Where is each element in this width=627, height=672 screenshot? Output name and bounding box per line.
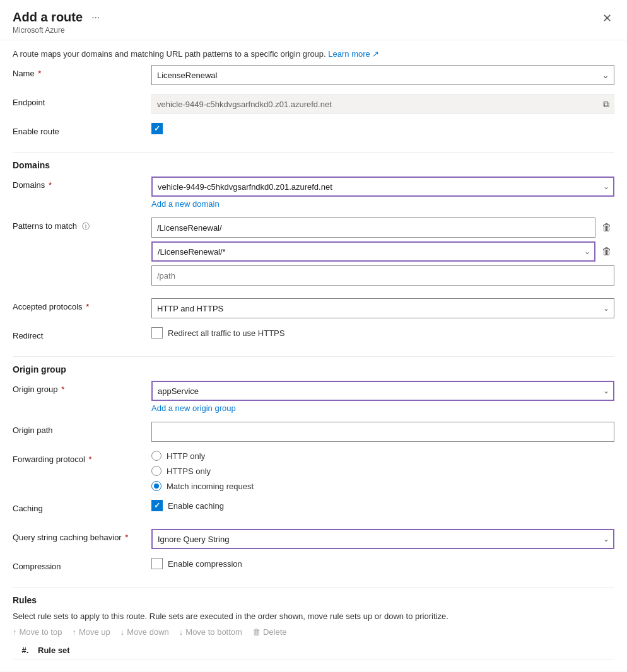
external-link-icon: ↗ (372, 49, 379, 59)
panel-title-text: Add a route (13, 10, 83, 25)
rules-action-move-top: ↑ Move to top (13, 627, 62, 637)
move-down-icon: ↓ (120, 627, 125, 637)
radio-circle-match-incoming (151, 481, 161, 491)
origin-group-control: appService ⌄ Add a new origin group (151, 381, 614, 413)
add-origin-group-link[interactable]: Add a new origin group (151, 403, 236, 413)
delete-rule-label: Delete (263, 627, 287, 637)
enable-route-control (151, 123, 614, 134)
move-up-icon: ↑ (72, 627, 76, 637)
divider-2 (13, 356, 614, 357)
caching-row: Caching Enable caching (13, 500, 614, 520)
query-string-control: Ignore Query String Use Query String Ign… (151, 529, 614, 549)
rules-col-hash: #. (13, 646, 38, 655)
enable-route-label: Enable route (13, 123, 151, 136)
domains-row: Domains * vehicle-9449-c5hkdvgsarfndkd0.… (13, 177, 614, 209)
move-bottom-label: Move to bottom (185, 627, 242, 637)
redirect-row: Redirect Redirect all traffic to use HTT… (13, 327, 614, 347)
forwarding-protocol-control: HTTP only HTTPS only Match incoming requ… (151, 451, 614, 491)
radio-label-match-incoming: Match incoming request (167, 482, 254, 491)
panel-header: Add a route ··· Microsoft Azure ✕ (0, 0, 627, 40)
caching-control: Enable caching (151, 500, 614, 511)
origin-group-row: Origin group * appService ⌄ Add a new or… (13, 381, 614, 413)
redirect-text: Redirect all traffic to use HTTPS (168, 328, 284, 338)
rules-action-delete: 🗑 Delete (252, 627, 287, 637)
forwarding-protocol-row: Forwarding protocol * HTTP only HTTPS on… (13, 451, 614, 491)
query-string-label: Query string caching behavior * (13, 529, 151, 542)
panel-title-block: Add a route ··· Microsoft Azure (13, 10, 103, 35)
rules-action-move-bottom: ↓ Move to bottom (179, 627, 242, 637)
name-dropdown-icon[interactable]: ⌄ (602, 70, 609, 80)
pattern-item-2: /LicenseRenewal/* ⌄ 🗑 (151, 241, 614, 262)
domains-select[interactable]: vehicle-9449-c5hkdvgsarfndkd0.z01.azuref… (151, 177, 614, 197)
protocols-row: Accepted protocols * HTTP and HTTPS HTTP… (13, 298, 614, 318)
learn-more-link[interactable]: Learn more ↗ (328, 49, 379, 59)
origin-path-control (151, 422, 614, 442)
patterns-info-icon[interactable]: ⓘ (82, 222, 90, 231)
domains-select-wrapper: vehicle-9449-c5hkdvgsarfndkd0.z01.azuref… (151, 177, 614, 197)
radio-label-http-only: HTTP only (167, 451, 205, 461)
rules-action-move-up: ↑ Move up (72, 627, 110, 637)
pattern-delete-icon-2[interactable]: 🗑 (599, 243, 614, 260)
pattern-input-1[interactable] (151, 217, 595, 238)
radio-match-incoming[interactable]: Match incoming request (151, 481, 614, 491)
protocols-select-wrapper: HTTP and HTTPS HTTP only HTTPS only ⌄ (151, 298, 614, 318)
redirect-checkbox[interactable] (151, 327, 163, 339)
domains-section-heading: Domains (13, 160, 614, 170)
radio-http-only[interactable]: HTTP only (151, 451, 614, 461)
name-row: Name * ⌄ (13, 65, 614, 85)
compression-text: Enable compression (168, 559, 242, 569)
divider-1 (13, 152, 614, 153)
patterns-row: Patterns to match ⓘ 🗑 /LicenseRenewal/* … (13, 217, 614, 289)
radio-circle-https-only (151, 466, 161, 476)
origin-path-row: Origin path (13, 422, 614, 442)
patterns-control: 🗑 /LicenseRenewal/* ⌄ 🗑 (151, 217, 614, 289)
delete-rule-icon: 🗑 (252, 627, 261, 637)
compression-checkbox[interactable] (151, 558, 163, 569)
more-button[interactable]: ··· (88, 11, 103, 25)
origin-path-input[interactable] (151, 422, 614, 442)
domains-required-indicator: * (46, 180, 52, 190)
name-control: ⌄ (151, 65, 614, 85)
domains-label: Domains * (13, 177, 151, 190)
pattern-item-placeholder (151, 265, 614, 286)
protocols-required-indicator: * (84, 302, 90, 311)
protocols-select[interactable]: HTTP and HTTPS HTTP only HTTPS only (151, 298, 614, 318)
endpoint-input-wrapper: ⧉ (151, 94, 614, 114)
add-domain-link[interactable]: Add a new domain (151, 199, 220, 209)
radio-label-https-only: HTTPS only (167, 466, 211, 476)
query-string-select-wrapper: Ignore Query String Use Query String Ign… (151, 529, 614, 549)
redirect-control: Redirect all traffic to use HTTPS (151, 327, 614, 339)
origin-group-select[interactable]: appService (151, 381, 614, 401)
enable-route-checkbox[interactable] (151, 123, 163, 134)
rules-action-move-down: ↓ Move down (120, 627, 169, 637)
move-bottom-icon: ↓ (179, 627, 184, 637)
add-route-panel: Add a route ··· Microsoft Azure ✕ A rout… (0, 0, 627, 672)
radio-https-only[interactable]: HTTPS only (151, 466, 614, 476)
caching-label: Caching (13, 500, 151, 513)
endpoint-input (151, 94, 614, 114)
close-button[interactable]: ✕ (600, 9, 614, 28)
enable-route-checkbox-row (151, 123, 614, 134)
divider-3 (13, 587, 614, 588)
query-string-required-indicator: * (123, 533, 129, 542)
origin-group-required-indicator: * (59, 385, 65, 394)
name-input-wrapper: ⌄ (151, 65, 614, 85)
panel-title: Add a route ··· (13, 10, 103, 25)
rules-col-name: Rule set (38, 646, 614, 655)
move-top-icon: ↑ (13, 627, 17, 637)
caching-checkbox[interactable] (151, 500, 163, 511)
query-string-select[interactable]: Ignore Query String Use Query String Ign… (151, 529, 614, 549)
pattern-delete-icon-1[interactable]: 🗑 (599, 219, 614, 236)
name-input[interactable] (151, 65, 614, 85)
panel-subtitle: Microsoft Azure (13, 26, 103, 35)
pattern-select-2[interactable]: /LicenseRenewal/* (151, 241, 595, 262)
pattern-input-new[interactable] (151, 265, 614, 286)
compression-control: Enable compression (151, 558, 614, 569)
radio-circle-http-only (151, 451, 161, 461)
copy-icon[interactable]: ⧉ (603, 99, 609, 110)
origin-group-label: Origin group * (13, 381, 151, 394)
forwarding-protocol-label: Forwarding protocol * (13, 451, 151, 464)
patterns-label: Patterns to match ⓘ (13, 217, 151, 232)
move-top-label: Move to top (20, 627, 62, 637)
redirect-checkbox-row: Redirect all traffic to use HTTPS (151, 327, 614, 339)
